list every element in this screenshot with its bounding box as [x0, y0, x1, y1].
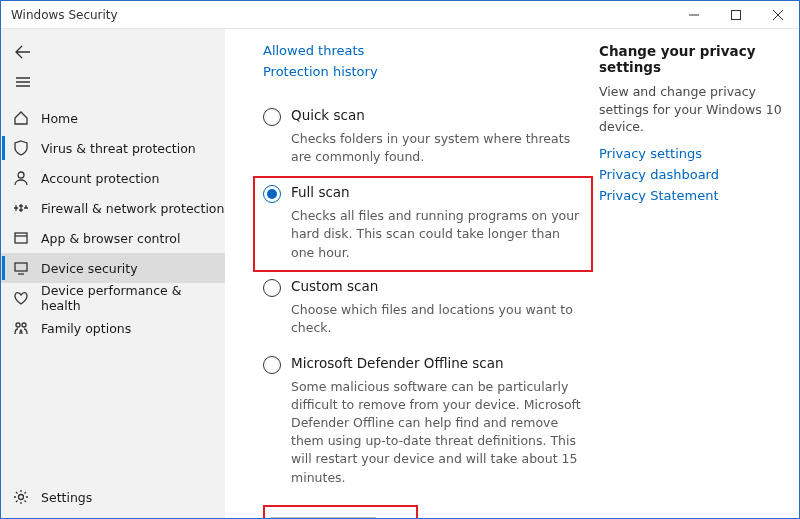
radio-icon	[263, 279, 281, 297]
sidebar-item-account[interactable]: Account protection	[1, 163, 225, 193]
privacy-heading: Change your privacy settings	[599, 43, 789, 75]
highlight-full-scan: Full scan Checks all files and running p…	[253, 176, 593, 271]
sidebar-item-virus-threat[interactable]: Virus & threat protection	[1, 133, 225, 163]
sidebar-item-label: Virus & threat protection	[41, 141, 196, 156]
main-content: Allowed threats Protection history Quick…	[263, 43, 583, 518]
titlebar: Windows Security	[1, 1, 799, 29]
sidebar-item-label: Firewall & network protection	[41, 201, 224, 216]
highlight-scan-button: Scan now	[263, 505, 418, 518]
radio-full-scan[interactable]: Full scan	[263, 184, 583, 203]
device-icon	[13, 260, 29, 276]
radio-description: Checks all files and running programs on…	[291, 207, 583, 261]
right-panel: Change your privacy settings View and ch…	[599, 43, 789, 518]
radio-icon	[263, 185, 281, 203]
heart-icon	[13, 290, 29, 306]
radio-icon	[263, 108, 281, 126]
svg-point-6	[19, 495, 24, 500]
sidebar-item-settings[interactable]: Settings	[1, 482, 225, 512]
sidebar-item-performance[interactable]: Device performance & health	[1, 283, 225, 313]
svg-rect-3	[15, 263, 27, 271]
minimize-button[interactable]	[673, 1, 715, 29]
link-allowed-threats[interactable]: Allowed threats	[263, 43, 583, 58]
scan-now-button[interactable]: Scan now	[271, 517, 376, 518]
link-privacy-settings[interactable]: Privacy settings	[599, 146, 789, 161]
radio-quick-scan[interactable]: Quick scan	[263, 107, 583, 126]
svg-rect-2	[15, 233, 27, 243]
sidebar-item-label: Device security	[41, 261, 138, 276]
radio-label: Microsoft Defender Offline scan	[291, 355, 504, 371]
radio-defender-offline[interactable]: Microsoft Defender Offline scan	[263, 355, 583, 374]
svg-rect-0	[732, 10, 741, 19]
sidebar-item-label: Device performance & health	[41, 283, 225, 313]
family-icon	[13, 320, 29, 336]
sidebar-item-label: Home	[41, 111, 78, 126]
radio-description: Checks folders in your system where thre…	[291, 130, 583, 166]
radio-label: Custom scan	[291, 278, 378, 294]
sidebar-item-device-security[interactable]: Device security	[1, 253, 225, 283]
maximize-button[interactable]	[715, 1, 757, 29]
svg-point-4	[16, 323, 20, 327]
radio-label: Quick scan	[291, 107, 365, 123]
link-privacy-dashboard[interactable]: Privacy dashboard	[599, 167, 789, 182]
person-icon	[13, 170, 29, 186]
svg-point-1	[18, 172, 24, 178]
sidebar-item-app-browser[interactable]: App & browser control	[1, 223, 225, 253]
app-icon	[13, 230, 29, 246]
privacy-description: View and change privacy settings for you…	[599, 83, 789, 136]
window-title: Windows Security	[11, 8, 118, 22]
radio-label: Full scan	[291, 184, 350, 200]
radio-custom-scan[interactable]: Custom scan	[263, 278, 583, 297]
sidebar-item-label: App & browser control	[41, 231, 180, 246]
radio-icon	[263, 356, 281, 374]
link-protection-history[interactable]: Protection history	[263, 64, 583, 79]
radio-description: Choose which files and locations you wan…	[291, 301, 583, 337]
svg-point-5	[22, 323, 26, 327]
sidebar-item-label: Account protection	[41, 171, 159, 186]
sidebar-item-family[interactable]: Family options	[1, 313, 225, 343]
shield-icon	[13, 140, 29, 156]
home-icon	[13, 110, 29, 126]
sidebar-item-firewall[interactable]: Firewall & network protection	[1, 193, 225, 223]
close-button[interactable]	[757, 1, 799, 29]
sidebar: Home Virus & threat protection Account p…	[1, 29, 225, 518]
gear-icon	[13, 489, 29, 505]
sidebar-item-label: Family options	[41, 321, 131, 336]
network-icon	[13, 200, 29, 216]
sidebar-item-home[interactable]: Home	[1, 103, 225, 133]
sidebar-item-label: Settings	[41, 490, 92, 505]
link-privacy-statement[interactable]: Privacy Statement	[599, 188, 789, 203]
hamburger-menu[interactable]	[1, 67, 225, 97]
back-button[interactable]	[1, 37, 225, 67]
radio-description: Some malicious software can be particula…	[291, 378, 583, 487]
